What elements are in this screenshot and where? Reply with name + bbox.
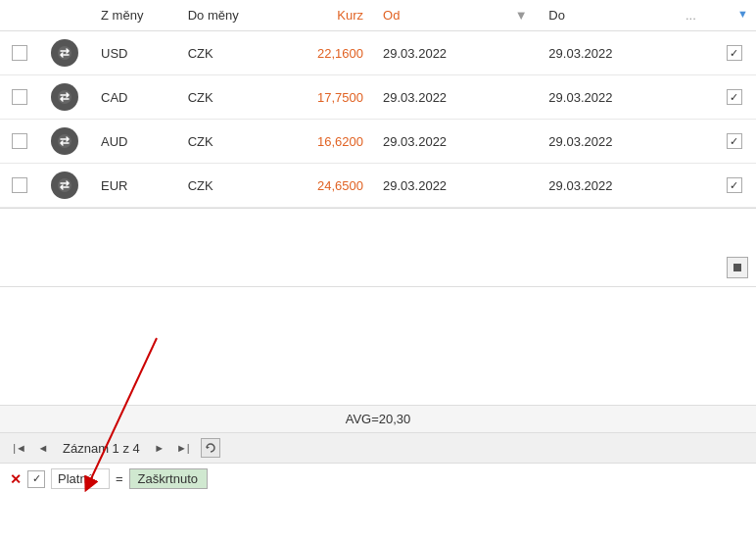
row-from-currency: EUR [91, 164, 178, 208]
row-od-date: 29.03.2022 [373, 75, 503, 120]
header-to-currency[interactable]: Do měny [178, 0, 265, 31]
nav-prev-button[interactable]: ◄ [33, 438, 53, 458]
row-checkbox-cell[interactable] [0, 75, 39, 120]
svg-point-2 [58, 134, 71, 148]
row-from-currency: CAD [91, 75, 178, 120]
currency-icon [51, 172, 78, 199]
row-rate: 17,7500 [264, 75, 373, 120]
add-row-button[interactable] [727, 257, 748, 278]
row-valid-checkbox[interactable] [727, 89, 742, 105]
header-od[interactable]: Od [373, 0, 503, 31]
row-valid-check-cell[interactable] [713, 164, 756, 208]
square-icon [732, 263, 742, 272]
row-to-currency: CZK [178, 164, 265, 208]
row-currency-icon-cell [39, 75, 91, 120]
row-rate: 24,6500 [264, 164, 373, 208]
row-checkbox[interactable] [12, 45, 27, 61]
row-do-date: 29.03.2022 [539, 164, 669, 208]
header-dots[interactable]: ... [669, 0, 712, 31]
currency-icon [51, 83, 78, 111]
header-filter-icon-col: ▼ [713, 0, 756, 31]
row-valid-check-cell[interactable] [713, 31, 756, 75]
row-to-currency: CZK [178, 120, 265, 164]
row-dots [669, 120, 712, 164]
table-row: EUR CZK 24,6500 29.03.2022 29.03.2022 [0, 164, 756, 208]
row-checkbox[interactable] [12, 177, 27, 193]
row-arrow [503, 75, 539, 120]
row-valid-checkbox[interactable] [727, 177, 742, 193]
row-dots [669, 164, 712, 208]
exchange-rate-table: Z měny Do měny Kurz Od ▼ Do ... ▼ [0, 0, 756, 208]
empty-area [0, 287, 756, 405]
row-valid-checkbox[interactable] [727, 45, 742, 61]
header-icon-col [39, 0, 91, 31]
nav-next-button[interactable]: ► [150, 438, 169, 458]
row-od-date: 29.03.2022 [373, 164, 503, 208]
exchange-icon [57, 89, 72, 105]
row-arrow [503, 120, 539, 164]
row-to-currency: CZK [178, 75, 265, 120]
nav-last-button[interactable]: ►| [173, 438, 193, 458]
row-currency-icon-cell [39, 31, 91, 75]
row-do-date: 29.03.2022 [539, 75, 669, 120]
row-valid-check-cell[interactable] [713, 120, 756, 164]
refresh-icon [205, 442, 216, 454]
currency-icon [51, 127, 78, 155]
filter-confirm-button[interactable]: ✓ [27, 470, 45, 488]
row-checkbox-cell[interactable] [0, 120, 39, 164]
row-checkbox-cell[interactable] [0, 31, 39, 75]
row-valid-checkbox[interactable] [727, 133, 742, 149]
nav-first-button[interactable]: |◄ [10, 438, 29, 458]
header-sort-arrow[interactable]: ▼ [503, 0, 539, 31]
exchange-icon [57, 45, 72, 61]
main-table-container: Z měny Do měny Kurz Od ▼ Do ... ▼ [0, 0, 756, 209]
exchange-icon [57, 177, 72, 193]
nav-refresh-button[interactable] [201, 438, 220, 458]
row-do-date: 29.03.2022 [539, 120, 669, 164]
row-rate: 16,6200 [264, 120, 373, 164]
nav-label: Záznam 1 z 4 [63, 441, 140, 456]
avg-label: AVG=20,30 [346, 412, 411, 426]
svg-marker-5 [207, 446, 210, 449]
navigation-bar: |◄ ◄ Záznam 1 z 4 ► ►| [0, 433, 756, 464]
row-checkbox[interactable] [12, 133, 27, 149]
row-arrow [503, 164, 539, 208]
table-row: CAD CZK 17,7500 29.03.2022 29.03.2022 [0, 75, 756, 120]
header-checkbox-col [0, 0, 39, 31]
svg-point-0 [58, 46, 71, 60]
row-rate: 22,1600 [264, 31, 373, 75]
filter-clear-button[interactable]: ✕ [10, 471, 22, 487]
filter-bar: ✕ ✓ Platný = Zaškrtnuto [0, 464, 756, 494]
row-od-date: 29.03.2022 [373, 120, 503, 164]
table-row: USD CZK 22,1600 29.03.2022 29.03.2022 [0, 31, 756, 75]
row-currency-icon-cell [39, 164, 91, 208]
table-row: AUD CZK 16,6200 29.03.2022 29.03.2022 [0, 120, 756, 164]
row-valid-check-cell[interactable] [713, 75, 756, 120]
row-arrow [503, 31, 539, 75]
row-currency-icon-cell [39, 120, 91, 164]
row-from-currency: AUD [91, 120, 178, 164]
svg-point-1 [58, 90, 71, 104]
row-od-date: 29.03.2022 [373, 31, 503, 75]
filter-value-label: Zaškrtnuto [129, 468, 208, 489]
filter-equals-sign: = [116, 471, 123, 486]
row-to-currency: CZK [178, 31, 265, 75]
row-checkbox[interactable] [12, 89, 27, 105]
header-rate[interactable]: Kurz [264, 0, 373, 31]
exchange-icon [57, 133, 72, 149]
svg-rect-4 [733, 264, 741, 271]
svg-point-3 [58, 178, 71, 192]
row-from-currency: USD [91, 31, 178, 75]
row-do-date: 29.03.2022 [539, 31, 669, 75]
row-checkbox-cell[interactable] [0, 164, 39, 208]
avg-bar: AVG=20,30 [0, 405, 756, 433]
header-from-currency[interactable]: Z měny [91, 0, 178, 31]
row-dots [669, 75, 712, 120]
currency-icon [51, 39, 78, 67]
filter-icon[interactable]: ▼ [737, 8, 748, 20]
header-do[interactable]: Do [539, 0, 669, 31]
filter-field-label: Platný [51, 468, 110, 489]
row-dots [669, 31, 712, 75]
